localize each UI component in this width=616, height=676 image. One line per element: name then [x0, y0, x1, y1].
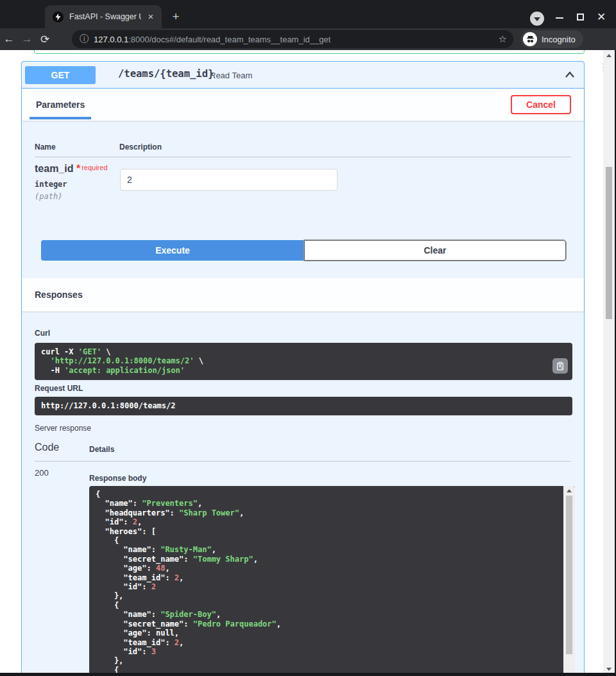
- parameter-name-text: team_id: [35, 163, 73, 174]
- browser-tab[interactable]: FastAPI - Swagger UI ×: [45, 5, 162, 28]
- minimize-button[interactable]: [556, 17, 563, 19]
- bookmark-star-icon[interactable]: ☆: [499, 33, 507, 45]
- url-host: 127.0.0.1: [94, 35, 128, 44]
- window-close-button[interactable]: ✕: [597, 11, 606, 24]
- reload-button[interactable]: ⟳: [36, 33, 54, 46]
- response-body-label: Response body: [89, 474, 146, 483]
- window-edge: [0, 673, 616, 676]
- responses-section-header: Responses: [22, 278, 584, 311]
- scroll-up-icon[interactable]: [606, 54, 612, 57]
- request-url-label: Request URL: [35, 384, 83, 393]
- previous-opblock-edge[interactable]: [34, 50, 585, 54]
- page-scrollbar[interactable]: [603, 50, 615, 676]
- tab-bar: FastAPI - Swagger UI × + ✕: [0, 0, 616, 28]
- required-asterisk: *: [76, 163, 80, 174]
- column-header-description: Description: [119, 143, 162, 152]
- maximize-button[interactable]: [577, 13, 584, 21]
- url-path: :8000/docs#/default/read_team_teams__tea…: [128, 35, 330, 44]
- browser-chrome: FastAPI - Swagger UI × + ✕ ← → ⟳ ⓘ 127.0…: [0, 0, 616, 50]
- collapse-chevron-up-icon[interactable]: [563, 69, 576, 83]
- tab-title: FastAPI - Swagger UI: [69, 12, 141, 21]
- incognito-badge: Incognito: [521, 30, 583, 48]
- forward-button[interactable]: →: [18, 33, 36, 46]
- back-button[interactable]: ←: [0, 33, 18, 46]
- browser-toolbar: ← → ⟳ ⓘ 127.0.0.1:8000/docs#/default/rea…: [0, 28, 616, 50]
- opblock-get-read-team: GET /teams/{team_id} Read Team Parameter…: [21, 61, 585, 676]
- copy-to-clipboard-button[interactable]: [552, 358, 568, 374]
- fastapi-favicon-icon: [53, 12, 64, 22]
- url-text[interactable]: 127.0.0.1:8000/docs#/default/read_team_t…: [94, 35, 330, 44]
- team-id-input[interactable]: [120, 169, 338, 191]
- execute-button[interactable]: Execute: [41, 240, 304, 261]
- scroll-down-icon[interactable]: [606, 668, 612, 671]
- opblock-summary[interactable]: GET /teams/{team_id} Read Team: [22, 62, 584, 89]
- address-bar[interactable]: ⓘ 127.0.0.1:8000/docs#/default/read_team…: [72, 30, 513, 48]
- swagger-page: GET /teams/{team_id} Read Team Parameter…: [0, 50, 603, 676]
- curl-command-text: curl -X 'GET' \ 'http://127.0.0.1:8000/t…: [35, 343, 572, 379]
- chevron-down-icon: [534, 17, 540, 21]
- site-info-icon[interactable]: ⓘ: [80, 33, 89, 45]
- endpoint-summary: Read Team: [210, 71, 252, 80]
- parameter-type: integer: [35, 180, 67, 189]
- browser-menu-icon[interactable]: ⋮: [595, 58, 611, 76]
- endpoint-path: /teams/{team_id}: [118, 68, 214, 80]
- clear-button[interactable]: Clear: [304, 240, 566, 261]
- response-body-block: { "name": "Preventers", "headquarters": …: [89, 486, 575, 676]
- http-method-badge: GET: [25, 66, 96, 84]
- responses-title: Responses: [35, 278, 83, 311]
- browser-update-icon[interactable]: [530, 12, 544, 26]
- scroll-up-icon[interactable]: [567, 489, 572, 492]
- new-tab-button[interactable]: +: [168, 9, 184, 24]
- parameter-location: (path): [35, 192, 62, 201]
- tab-close-icon[interactable]: ×: [145, 11, 157, 22]
- parameter-name: team_id *required: [35, 163, 108, 175]
- incognito-icon: [523, 32, 537, 46]
- curl-label: Curl: [35, 329, 50, 338]
- parameters-section-header: Parameters Cancel: [22, 89, 584, 121]
- tab-parameters[interactable]: Parameters: [35, 89, 86, 121]
- response-body-json: { "name": "Preventers", "headquarters": …: [89, 486, 575, 676]
- required-label: required: [81, 164, 107, 171]
- curl-command-block: curl -X 'GET' \ 'http://127.0.0.1:8000/t…: [35, 343, 572, 380]
- column-header-details: Details: [89, 445, 114, 454]
- server-response-label: Server response: [35, 424, 91, 433]
- request-url-text: http://127.0.0.1:8000/teams/2: [35, 401, 182, 410]
- cancel-button[interactable]: Cancel: [511, 95, 571, 114]
- request-url-block: http://127.0.0.1:8000/teams/2: [35, 397, 572, 415]
- divider: [35, 461, 571, 462]
- divider: [35, 157, 571, 157]
- page-scrollbar-thumb[interactable]: [606, 167, 612, 319]
- response-scrollbar[interactable]: [563, 486, 575, 676]
- response-scrollbar-thumb[interactable]: [566, 496, 572, 654]
- incognito-label: Incognito: [542, 35, 576, 44]
- column-header-code: Code: [35, 442, 59, 453]
- column-header-name: Name: [35, 143, 56, 152]
- status-code: 200: [35, 468, 49, 478]
